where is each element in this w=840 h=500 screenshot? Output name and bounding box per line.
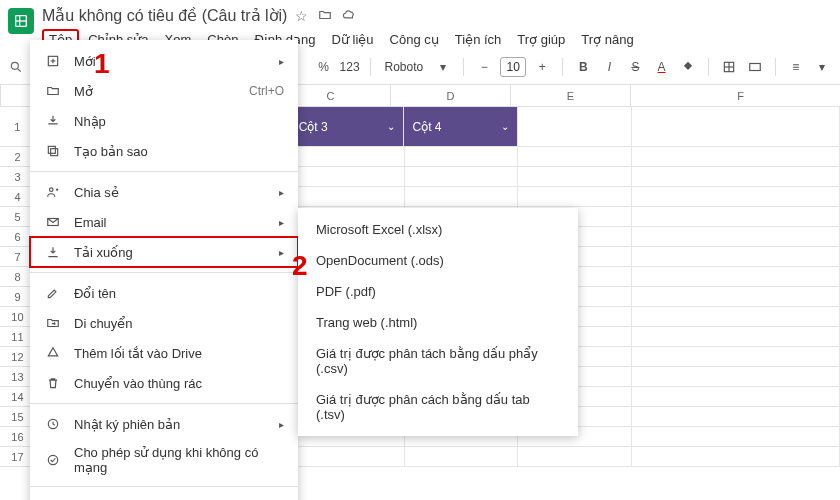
cell[interactable] — [518, 447, 632, 467]
chevron-down-icon[interactable]: ⌄ — [387, 121, 395, 132]
sheets-logo[interactable] — [8, 8, 34, 34]
label: Email — [74, 215, 267, 230]
cloud-icon[interactable] — [342, 8, 356, 24]
download-xlsx[interactable]: Microsoft Excel (.xlsx) — [298, 214, 578, 245]
menu-download[interactable]: Tải xuống▸ — [30, 237, 298, 267]
menu-share[interactable]: Chia sẻ▸ — [30, 177, 298, 207]
cell[interactable] — [632, 307, 840, 327]
menu-version-history[interactable]: Nhật ký phiên bản▸ — [30, 409, 298, 439]
col-e[interactable]: E — [511, 85, 631, 106]
cell[interactable] — [632, 107, 840, 147]
label: Chuyển vào thùng rác — [74, 376, 284, 391]
menu-make-copy[interactable]: Tạo bản sao — [30, 136, 298, 166]
label: Thêm lối tắt vào Drive — [74, 346, 284, 361]
svg-rect-13 — [48, 146, 55, 153]
cell[interactable] — [291, 447, 405, 467]
cell[interactable] — [405, 147, 519, 167]
font-name[interactable]: Roboto — [381, 60, 428, 74]
chevron-down-icon[interactable]: ⌄ — [501, 121, 509, 132]
zoom-level[interactable]: 123 — [340, 60, 360, 74]
cell[interactable] — [632, 327, 840, 347]
chevron-down-icon[interactable]: ▾ — [433, 56, 453, 78]
cell[interactable] — [632, 147, 840, 167]
download-csv[interactable]: Giá trị được phân tách bằng dấu phẩy (.c… — [298, 338, 578, 384]
borders-icon[interactable] — [719, 56, 739, 78]
cell[interactable] — [291, 167, 405, 187]
col-d[interactable]: D — [391, 85, 511, 106]
cell[interactable] — [632, 407, 840, 427]
cell[interactable] — [405, 167, 519, 187]
cell[interactable] — [632, 247, 840, 267]
svg-rect-8 — [750, 64, 761, 71]
merge-icon[interactable] — [745, 56, 765, 78]
align-icon[interactable]: ≡ — [786, 56, 806, 78]
cell[interactable] — [632, 367, 840, 387]
svg-point-3 — [12, 62, 19, 69]
menu-data[interactable]: Dữ liệu — [325, 29, 381, 50]
cell[interactable] — [632, 187, 840, 207]
chevron-down-icon[interactable]: ▾ — [812, 56, 832, 78]
folder-open-icon — [44, 82, 62, 100]
cell[interactable] — [405, 187, 519, 207]
fill-color-icon[interactable] — [678, 56, 698, 78]
shortcut: Ctrl+O — [249, 84, 284, 98]
menu-open[interactable]: MởCtrl+O — [30, 76, 298, 106]
header-cell[interactable]: Cột 3⌄ — [291, 107, 405, 147]
menu-extensions[interactable]: Tiện ích — [448, 29, 509, 50]
italic-icon[interactable]: I — [599, 56, 619, 78]
doc-title[interactable]: Mẫu không có tiêu đề (Câu trả lời) — [42, 6, 287, 25]
increase-font-icon[interactable]: + — [532, 56, 552, 78]
cell[interactable] — [632, 227, 840, 247]
cell[interactable] — [632, 267, 840, 287]
rename-icon — [44, 284, 62, 302]
menu-email[interactable]: Email▸ — [30, 207, 298, 237]
download-icon — [44, 243, 62, 261]
cell[interactable] — [632, 447, 840, 467]
cell[interactable] — [632, 167, 840, 187]
menu-details[interactable]: Chi tiết — [30, 492, 298, 500]
bold-icon[interactable]: B — [573, 56, 593, 78]
label: Nhật ký phiên bản — [74, 417, 267, 432]
menu-import[interactable]: Nhập — [30, 106, 298, 136]
col-f[interactable]: F — [631, 85, 840, 106]
cell[interactable] — [632, 207, 840, 227]
text-color-icon[interactable]: A — [651, 56, 671, 78]
download-ods[interactable]: OpenDocument (.ods) — [298, 245, 578, 276]
menu-help[interactable]: Trợ giúp — [510, 29, 572, 50]
menu-move[interactable]: Di chuyển — [30, 308, 298, 338]
cell[interactable] — [405, 447, 519, 467]
menu-new[interactable]: Mới▸ — [30, 46, 298, 76]
menu-offline[interactable]: Cho phép sử dụng khi không có mạng — [30, 439, 298, 481]
cell[interactable] — [632, 287, 840, 307]
cell[interactable] — [518, 187, 632, 207]
cell[interactable] — [518, 167, 632, 187]
cell[interactable] — [632, 427, 840, 447]
cell[interactable] — [291, 187, 405, 207]
font-size[interactable]: 10 — [500, 57, 526, 77]
decrease-font-icon[interactable]: − — [474, 56, 494, 78]
cell[interactable] — [518, 107, 632, 147]
menu-extra[interactable]: Trợ nâng — [574, 29, 640, 50]
download-tsv[interactable]: Giá trị được phân cách bằng dấu tab (.ts… — [298, 384, 578, 430]
cell[interactable] — [518, 147, 632, 167]
percent-icon[interactable]: % — [313, 56, 333, 78]
offline-icon — [44, 451, 62, 469]
menu-rename[interactable]: Đổi tên — [30, 278, 298, 308]
label: Tải xuống — [74, 245, 267, 260]
menu-add-shortcut[interactable]: Thêm lối tắt vào Drive — [30, 338, 298, 368]
header-cell[interactable]: Cột 4⌄ — [404, 107, 518, 147]
search-icon[interactable] — [8, 58, 24, 76]
strikethrough-icon[interactable]: S — [625, 56, 645, 78]
download-html[interactable]: Trang web (.html) — [298, 307, 578, 338]
star-icon[interactable]: ☆ — [295, 8, 308, 24]
cell[interactable] — [632, 347, 840, 367]
submenu-arrow-icon: ▸ — [279, 419, 284, 430]
download-pdf[interactable]: PDF (.pdf) — [298, 276, 578, 307]
menu-tools[interactable]: Công cụ — [383, 29, 446, 50]
menu-trash[interactable]: Chuyển vào thùng rác — [30, 368, 298, 398]
cell[interactable] — [291, 147, 405, 167]
cell[interactable] — [632, 387, 840, 407]
move-folder-icon[interactable] — [318, 8, 332, 24]
divider — [370, 58, 371, 76]
submenu-arrow-icon: ▸ — [279, 217, 284, 228]
